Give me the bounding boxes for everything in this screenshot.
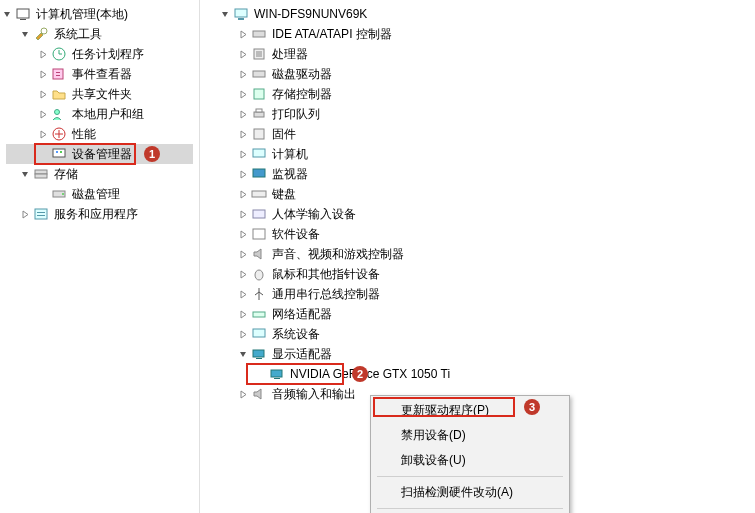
chevron-down-icon[interactable]: [218, 4, 232, 24]
dev-hid[interactable]: 人体学输入设备: [200, 204, 755, 224]
dev-disk-drives[interactable]: 磁盘驱动器: [200, 64, 755, 84]
chevron-right-icon[interactable]: [36, 104, 50, 124]
dev-cpu[interactable]: 处理器: [200, 44, 755, 64]
svg-rect-36: [253, 329, 265, 337]
chevron-right-icon[interactable]: [236, 144, 250, 164]
spacer: [36, 184, 50, 204]
event-viewer-icon: [51, 66, 67, 82]
nav-shared-folders-label: 共享文件夹: [70, 84, 134, 104]
dev-print-queue[interactable]: 打印队列: [200, 104, 755, 124]
chevron-right-icon[interactable]: [236, 244, 250, 264]
software-icon: [251, 226, 267, 242]
hid-icon: [251, 206, 267, 222]
dev-computer-label: WIN-DFS9NUNV69K: [252, 4, 369, 24]
svg-rect-12: [35, 170, 47, 174]
chevron-right-icon[interactable]: [236, 184, 250, 204]
dev-computer[interactable]: WIN-DFS9NUNV69K: [200, 4, 755, 24]
chevron-right-icon[interactable]: [36, 124, 50, 144]
chevron-right-icon[interactable]: [236, 124, 250, 144]
firmware-icon: [251, 126, 267, 142]
dev-mice[interactable]: 鼠标和其他指针设备: [200, 264, 755, 284]
chevron-down-icon[interactable]: [18, 164, 32, 184]
nav-local-users[interactable]: 本地用户和组: [0, 104, 199, 124]
chevron-right-icon[interactable]: [236, 24, 250, 44]
shared-folder-icon: [51, 86, 67, 102]
dev-system-dev-label: 系统设备: [270, 324, 322, 344]
dev-usb[interactable]: 通用串行总线控制器: [200, 284, 755, 304]
dev-disk-drives-label: 磁盘驱动器: [270, 64, 334, 84]
chevron-right-icon[interactable]: [236, 324, 250, 344]
chevron-right-icon[interactable]: [236, 164, 250, 184]
nav-services-apps[interactable]: 服务和应用程序: [0, 204, 199, 224]
dev-ide[interactable]: IDE ATA/ATAPI 控制器: [200, 24, 755, 44]
chevron-down-icon[interactable]: [18, 24, 32, 44]
dev-monitors-label: 监视器: [270, 164, 310, 184]
svg-rect-26: [254, 112, 264, 117]
nav-disk-mgmt[interactable]: 磁盘管理: [0, 184, 199, 204]
dev-network-label: 网络适配器: [270, 304, 334, 324]
dev-computers[interactable]: 计算机: [200, 144, 755, 164]
chevron-right-icon[interactable]: [236, 44, 250, 64]
device-tree: WIN-DFS9NUNV69K IDE ATA/ATAPI 控制器处理器磁盘驱动…: [200, 0, 755, 513]
dev-firmware-label: 固件: [270, 124, 298, 144]
nav-storage-label: 存储: [52, 164, 80, 184]
chevron-right-icon[interactable]: [236, 304, 250, 324]
svg-rect-40: [274, 378, 280, 379]
chevron-right-icon[interactable]: [236, 284, 250, 304]
ctx-uninstall-device[interactable]: 卸载设备(U): [373, 448, 567, 473]
ide-icon: [251, 26, 267, 42]
nav-performance[interactable]: 性能: [0, 124, 199, 144]
dev-monitors[interactable]: 监视器: [200, 164, 755, 184]
separator: [377, 476, 563, 477]
dev-firmware[interactable]: 固件: [200, 124, 755, 144]
dev-display-adapters[interactable]: 显示适配器: [200, 344, 755, 364]
chevron-right-icon[interactable]: [36, 44, 50, 64]
svg-rect-18: [37, 215, 45, 216]
network-icon: [251, 306, 267, 322]
nav-performance-label: 性能: [70, 124, 98, 144]
ctx-disable-device[interactable]: 禁用设备(D): [373, 423, 567, 448]
chevron-right-icon[interactable]: [236, 104, 250, 124]
nav-device-manager[interactable]: 设备管理器: [6, 144, 193, 164]
ctx-scan-hardware[interactable]: 扫描检测硬件改动(A): [373, 480, 567, 505]
chevron-right-icon[interactable]: [236, 204, 250, 224]
svg-rect-17: [37, 212, 45, 213]
dev-sound[interactable]: 声音、视频和游戏控制器: [200, 244, 755, 264]
context-menu: 更新驱动程序(P) 禁用设备(D) 卸载设备(U) 扫描检测硬件改动(A) 属性…: [370, 395, 570, 513]
svg-rect-37: [253, 350, 264, 357]
svg-point-15: [62, 193, 64, 195]
dev-software-dev[interactable]: 软件设备: [200, 224, 755, 244]
chevron-down-icon[interactable]: [236, 344, 250, 364]
dev-computers-label: 计算机: [270, 144, 310, 164]
keyboard-icon: [251, 186, 267, 202]
dev-network[interactable]: 网络适配器: [200, 304, 755, 324]
chevron-right-icon[interactable]: [236, 84, 250, 104]
chevron-right-icon[interactable]: [236, 224, 250, 244]
nav-shared-folders[interactable]: 共享文件夹: [0, 84, 199, 104]
dev-storage-ctl[interactable]: 存储控制器: [200, 84, 755, 104]
svg-rect-32: [253, 210, 265, 218]
nav-root[interactable]: 计算机管理(本地): [0, 4, 199, 24]
chevron-right-icon[interactable]: [18, 204, 32, 224]
chevron-right-icon[interactable]: [36, 84, 50, 104]
nav-task-scheduler[interactable]: 任务计划程序: [0, 44, 199, 64]
monitor-icon: [251, 166, 267, 182]
chevron-right-icon[interactable]: [236, 384, 250, 404]
nav-event-viewer[interactable]: 事件查看器: [0, 64, 199, 84]
nav-local-users-label: 本地用户和组: [70, 104, 146, 124]
chevron-right-icon[interactable]: [36, 64, 50, 84]
svg-rect-28: [254, 129, 264, 139]
chevron-right-icon[interactable]: [236, 264, 250, 284]
dev-gpu[interactable]: NVIDIA GeForce GTX 1050 Ti: [200, 364, 755, 384]
nav-sys-tools[interactable]: 系统工具: [0, 24, 199, 44]
chevron-down-icon[interactable]: [0, 4, 14, 24]
nav-storage[interactable]: 存储: [0, 164, 199, 184]
nav-sys-tools-label: 系统工具: [52, 24, 104, 44]
dev-system-dev[interactable]: 系统设备: [200, 324, 755, 344]
chevron-right-icon[interactable]: [236, 64, 250, 84]
ctx-update-driver[interactable]: 更新驱动程序(P): [373, 398, 567, 423]
dev-storage-ctl-label: 存储控制器: [270, 84, 334, 104]
dev-keyboards[interactable]: 键盘: [200, 184, 755, 204]
nav-task-scheduler-label: 任务计划程序: [70, 44, 146, 64]
svg-rect-35: [253, 312, 265, 317]
